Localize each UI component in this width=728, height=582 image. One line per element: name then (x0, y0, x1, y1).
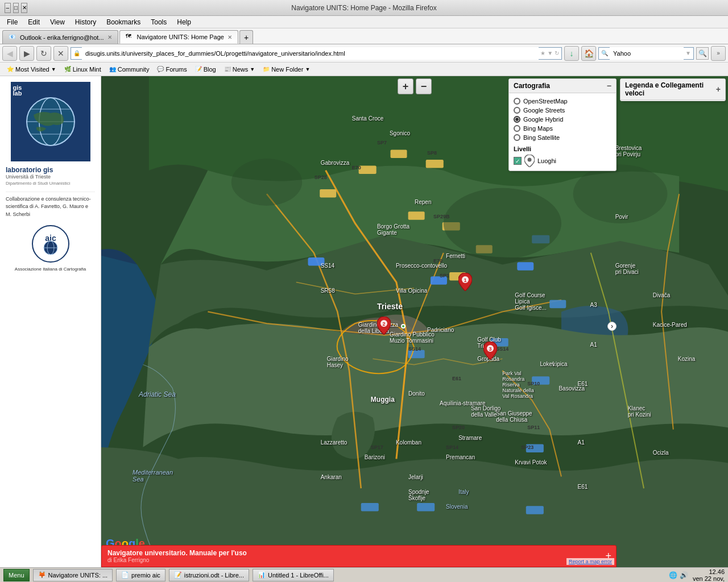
luoghi-checkbox[interactable]: ✓ (514, 157, 522, 165)
bookmark-linux-mint[interactable]: 🌿 Linux Mint (61, 65, 105, 74)
bookmark-most-visited[interactable]: ⭐ Most Visited ▼ (3, 65, 60, 74)
menu-tools[interactable]: Tools (146, 17, 171, 27)
report-map-error-link[interactable]: Report a map error (566, 558, 614, 565)
taskbar-istruzioni[interactable]: 📝 istruzioni.odt - Libre... (169, 569, 249, 581)
cartografia-panel: Cartografia − OpenStreetMap Google Stree… (508, 78, 617, 171)
radio-bing-maps[interactable]: Bing Maps (514, 124, 611, 133)
zoom-out-button[interactable]: − (416, 78, 432, 94)
map-pin-1[interactable]: 1 (458, 273, 472, 293)
livelli-label: Livelli (514, 146, 611, 152)
start-label: Menu (9, 572, 24, 579)
map-svg (101, 76, 728, 567)
start-menu-button[interactable]: Menu (3, 569, 30, 581)
search-input[interactable] (610, 47, 684, 60)
svg-rect-29 (526, 506, 544, 514)
taskbar-untitled[interactable]: 📊 Untitled 1 - LibreOffi... (253, 569, 334, 581)
svg-rect-25 (532, 376, 549, 385)
radio-google-hybrid[interactable]: Google Hybrid (514, 115, 611, 124)
search-dropdown-icon[interactable]: ▼ (685, 50, 691, 56)
info-bar-container: Navigatore universitario. Manuale per l'… (101, 545, 617, 567)
taskbar-untitled-label: Untitled 1 - LibreOffi... (268, 572, 329, 579)
tab-outlook-close[interactable]: ✕ (107, 34, 112, 40)
nav-more-button[interactable]: » (711, 46, 726, 61)
volume-icon: 🔊 (680, 571, 688, 579)
window-title: Navigatore UNITS: Home Page - Mozilla Fi… (27, 4, 701, 12)
reload-button[interactable]: ↻ (36, 46, 51, 61)
taskbar-navigatore[interactable]: 🦊 Navigatore UNITS: ... (33, 569, 113, 581)
menu-view[interactable]: View (46, 17, 69, 27)
layer-luoghi[interactable]: ✓ Luoghi (514, 155, 611, 167)
bookmarks-bar: ⭐ Most Visited ▼ 🌿 Linux Mint 👥 Communit… (0, 63, 728, 76)
tab-outlook[interactable]: 📧 Outlook - erika.ferrigno@hot... ✕ (2, 30, 118, 44)
cartografia-collapse-button[interactable]: − (607, 81, 611, 90)
zoom-in-button[interactable]: + (398, 78, 413, 94)
maximize-btn[interactable]: □ (13, 3, 19, 13)
menu-help[interactable]: Help (172, 17, 196, 27)
bookmark-news[interactable]: 📰 News ▼ (221, 65, 258, 74)
back-button[interactable]: ◀ (2, 46, 17, 61)
radio-openstreetmap[interactable]: OpenStreetMap (514, 97, 611, 106)
download-button[interactable]: ↓ (564, 46, 579, 61)
stop-button[interactable]: ✕ (53, 46, 68, 61)
outlook-favicon: 📧 (9, 34, 16, 41)
bookmark-forums[interactable]: 💬 Forums (154, 65, 190, 74)
gislab-label2: lab (13, 90, 22, 97)
bookmark-blog[interactable]: 📝 Blog (192, 65, 220, 74)
map-expand-button[interactable]: › (607, 322, 617, 331)
radio-bing-satellite[interactable]: Bing Satellite (514, 133, 611, 142)
url-bookmark-star[interactable]: ★ (540, 50, 545, 56)
zoom-controls: + − (398, 78, 432, 94)
menu-edit[interactable]: Edit (23, 17, 44, 27)
info-bar-title: Navigatore universitario. Manuale per l'… (107, 549, 599, 557)
radio-circle-ghybrid (514, 116, 520, 123)
svg-point-35 (231, 159, 302, 206)
status-bar: Menu 🦊 Navigatore UNITS: ... 📄 premio ai… (0, 567, 728, 582)
minimize-btn[interactable]: – (5, 3, 11, 13)
bookmark-most-visited-label: Most Visited (15, 66, 49, 73)
radio-google-streets[interactable]: Google Streets (514, 106, 611, 115)
legenda-expand-button[interactable]: + (716, 85, 721, 94)
search-submit-button[interactable]: 🔍 (696, 47, 709, 60)
menu-bookmarks[interactable]: Bookmarks (102, 17, 145, 27)
svg-rect-32 (517, 262, 533, 271)
url-dropdown-icon[interactable]: ▼ (547, 50, 553, 56)
taskbar-istruzioni-icon: 📝 (174, 571, 182, 579)
map-pin-2[interactable]: 2 (377, 317, 391, 336)
svg-rect-27 (361, 503, 379, 512)
url-input[interactable] (82, 47, 539, 60)
tab-navigatore[interactable]: 🗺 Navigatore UNITS: Home Page ✕ (119, 30, 238, 44)
home-button[interactable]: 🏠 (581, 46, 596, 61)
cartografia-body: OpenStreetMap Google Streets Google Hybr… (509, 93, 616, 171)
menu-file[interactable]: File (2, 17, 22, 27)
aic-logo-area: aic Associazione Italiana di Cartografia (6, 224, 95, 272)
luoghi-label: Luoghi (537, 157, 556, 164)
pin-icon (524, 155, 535, 167)
tab-navigatore-close[interactable]: ✕ (228, 34, 232, 40)
forward-button[interactable]: ▶ (19, 46, 34, 61)
map-pin-3[interactable]: 3 (483, 342, 497, 361)
menu-history[interactable]: History (71, 17, 101, 27)
checkmark-icon: ✓ (515, 158, 520, 164)
bingsat-label: Bing Satellite (523, 134, 560, 141)
ghybrid-label: Google Hybrid (523, 116, 563, 123)
bookmark-forums-label: Forums (166, 66, 187, 73)
legenda-header: Legenda e Collegamenti veloci + (621, 79, 725, 100)
aic-logo-svg: aic (31, 224, 71, 264)
bing-label: Bing Maps (523, 125, 553, 132)
taskbar-istruzioni-label: istruzioni.odt - Libre... (184, 572, 244, 579)
svg-point-42 (528, 158, 532, 162)
most-visited-arrow: ▼ (51, 66, 56, 72)
svg-rect-14 (320, 189, 336, 198)
department-name: Dipartimento di Studi Umanistici (6, 181, 95, 186)
menu-bar: File Edit View History Bookmarks Tools H… (0, 16, 728, 28)
info-bar-subtitle: di Erika Ferrigno (107, 557, 599, 563)
map-area[interactable]: Trieste Adriatic Sea MediterraneanSea Mu… (101, 76, 728, 567)
bookmark-new-folder-label: New Folder (271, 66, 303, 73)
bookmark-community[interactable]: 👥 Community (106, 65, 153, 74)
close-btn[interactable]: ✕ (21, 3, 27, 13)
new-tab-button[interactable]: + (239, 30, 253, 44)
bookmark-new-folder[interactable]: 📁 New Folder ▼ (259, 65, 313, 74)
svg-rect-22 (549, 300, 566, 309)
taskbar-premio[interactable]: 📄 premio aic (116, 569, 166, 581)
url-refresh-icon[interactable]: ↻ (555, 50, 559, 56)
